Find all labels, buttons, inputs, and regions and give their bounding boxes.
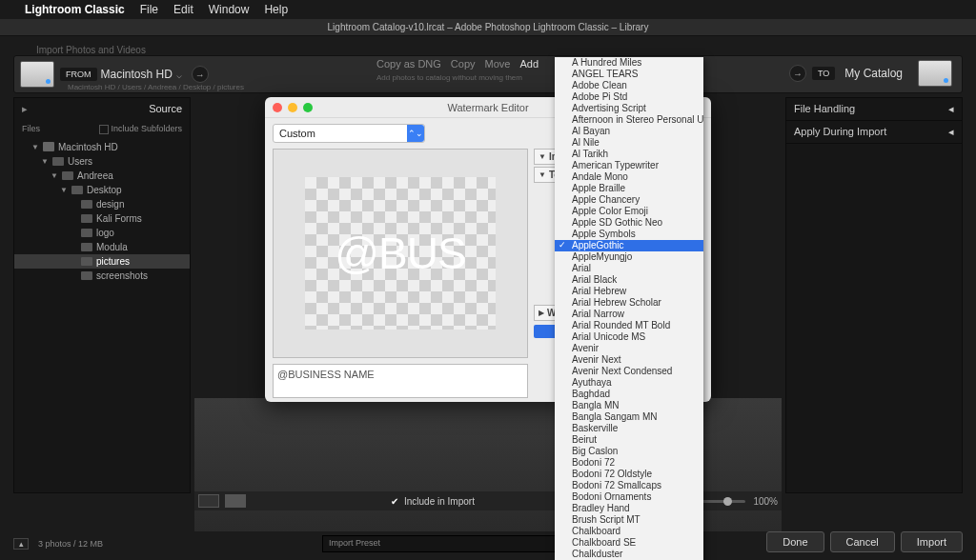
font-option[interactable]: Chalkboard (555, 526, 703, 537)
chevron-up-down-icon[interactable]: ⌃⌄ (407, 125, 424, 142)
loupe-view-button[interactable] (225, 494, 246, 508)
font-option[interactable]: Al Bayan (555, 126, 703, 137)
font-option[interactable]: Advertising Script (555, 103, 703, 114)
font-option[interactable]: Bodoni 72 Smallcaps (555, 480, 703, 491)
font-dropdown[interactable]: A Hundred MilesANGEL TEARSAdobe CleanAdo… (555, 57, 703, 560)
folder-row[interactable]: screenshots (14, 269, 190, 283)
drive-icon[interactable] (20, 61, 54, 88)
folder-label: design (96, 199, 124, 210)
folder-label: Macintosh HD (58, 142, 118, 152)
twisty-icon[interactable]: ▼ (60, 186, 68, 194)
font-option[interactable]: Arial Hebrew (555, 286, 703, 297)
include-subfolders-checkbox[interactable] (99, 125, 109, 134)
folder-icon (81, 243, 92, 251)
font-option[interactable]: Arial Narrow (555, 309, 703, 320)
menu-file[interactable]: File (140, 3, 158, 16)
font-option[interactable]: Bodoni Ornaments (555, 491, 703, 503)
font-option[interactable]: Baghdad (555, 389, 703, 400)
font-option[interactable]: Bradley Hand (555, 503, 703, 514)
mode-copy[interactable]: Copy (451, 58, 476, 70)
folder-label: Andreea (77, 170, 113, 181)
panel-file-handling[interactable]: File Handling (794, 103, 855, 115)
font-option[interactable]: Chalkboard SE (555, 537, 703, 549)
caret-icon[interactable]: ◂ (948, 103, 954, 115)
folder-row[interactable]: ▼Users (14, 154, 190, 169)
menu-edit[interactable]: Edit (173, 3, 193, 16)
font-option[interactable]: Bodoni 72 (555, 457, 703, 469)
panel-apply-during-import[interactable]: Apply During Import (794, 126, 886, 138)
cancel-button[interactable]: Cancel (830, 531, 895, 552)
font-option[interactable]: Afternoon in Stereo Personal Us (555, 114, 703, 126)
font-option[interactable]: Big Caslon (555, 446, 703, 457)
chevron-down-icon[interactable]: ⌵ (176, 70, 182, 80)
done-button[interactable]: Done (766, 531, 824, 552)
folder-row[interactable]: ▼Andreea (14, 169, 190, 183)
font-option[interactable]: Andale Mono (555, 171, 703, 183)
font-option[interactable]: Arial Hebrew Scholar (555, 297, 703, 309)
font-option[interactable]: Ayuthaya (555, 377, 703, 389)
folder-row[interactable]: design (14, 197, 190, 211)
font-option[interactable]: American Typewriter (555, 160, 703, 171)
folder-icon (81, 214, 92, 223)
caret-icon[interactable]: ▸ (22, 103, 28, 115)
font-option[interactable]: Chalkduster (555, 549, 703, 560)
menu-window[interactable]: Window (209, 3, 250, 16)
font-option[interactable]: Arial Rounded MT Bold (555, 320, 703, 331)
font-option[interactable]: Arial Black (555, 274, 703, 286)
font-option[interactable]: Al Nile (555, 137, 703, 149)
source-drive[interactable]: Macintosh HD (97, 68, 176, 81)
font-option[interactable]: Bangla MN (555, 400, 703, 411)
font-option[interactable]: Al Tarikh (555, 149, 703, 160)
font-option[interactable]: Avenir (555, 343, 703, 354)
font-option[interactable]: Avenir Next Condensed (555, 366, 703, 377)
font-option[interactable]: Apple Braille (555, 183, 703, 194)
font-option[interactable]: Arial Unicode MS (555, 331, 703, 343)
font-option[interactable]: AppleMyungjo (555, 251, 703, 263)
font-option[interactable]: Apple Symbols (555, 229, 703, 240)
font-option[interactable]: Apple Chancery (555, 194, 703, 206)
font-option[interactable]: Adobe Clean (555, 80, 703, 91)
folder-row-selected[interactable]: pictures (14, 254, 190, 269)
right-panel: File Handling◂ Apply During Import◂ (785, 97, 963, 493)
font-option[interactable]: Bangla Sangam MN (555, 411, 703, 423)
menu-help[interactable]: Help (264, 3, 288, 16)
minimize-icon[interactable]: ▴ (13, 538, 29, 550)
font-option[interactable]: Arial (555, 263, 703, 274)
twisty-icon[interactable]: ▼ (31, 143, 39, 151)
watermark-text-input[interactable]: @BUSINESS NAME (273, 364, 528, 398)
font-option[interactable]: Brush Script MT (555, 514, 703, 526)
catalog-icon[interactable] (918, 60, 952, 87)
preset-dropdown[interactable]: Custom ⌃⌄ (273, 124, 425, 143)
font-option[interactable]: Apple SD Gothic Neo (555, 217, 703, 229)
folder-row[interactable]: ▼Desktop (14, 183, 190, 197)
caret-icon[interactable]: ◂ (948, 126, 954, 138)
font-option[interactable]: Baskerville (555, 423, 703, 434)
menu-app[interactable]: Lightroom Classic (25, 3, 125, 16)
dest-catalog[interactable]: My Catalog (841, 67, 906, 80)
font-option[interactable]: Adobe Pi Std (555, 91, 703, 103)
grid-view-button[interactable] (198, 494, 219, 508)
folder-label: Users (68, 156, 92, 167)
folder-row[interactable]: ▼Macintosh HD (14, 140, 190, 154)
font-option[interactable]: ANGEL TEARS (555, 69, 703, 80)
mode-copy-dng[interactable]: Copy as DNG (376, 58, 441, 70)
font-option[interactable]: Beirut (555, 434, 703, 446)
twisty-icon[interactable]: ▼ (41, 157, 49, 166)
font-option[interactable]: AppleGothic (555, 240, 703, 251)
include-in-import-label[interactable]: Include in Import (404, 496, 475, 507)
check-icon[interactable]: ✔ (391, 496, 398, 507)
mode-move[interactable]: Move (485, 58, 511, 70)
folder-row[interactable]: Modula (14, 240, 190, 254)
twisty-icon[interactable]: ▼ (51, 171, 58, 180)
arrow-right-icon[interactable]: → (192, 66, 209, 83)
font-option[interactable]: Apple Color Emoji (555, 206, 703, 217)
folder-icon (71, 186, 83, 194)
font-option[interactable]: Bodoni 72 Oldstyle (555, 469, 703, 480)
font-option[interactable]: A Hundred Miles (555, 57, 703, 69)
folder-row[interactable]: Kali Forms (14, 211, 190, 226)
import-button[interactable]: Import (901, 531, 963, 552)
arrow-right-icon[interactable]: → (789, 65, 806, 82)
folder-row[interactable]: logo (14, 226, 190, 240)
mode-add[interactable]: Add (519, 58, 539, 70)
font-option[interactable]: Avenir Next (555, 354, 703, 366)
